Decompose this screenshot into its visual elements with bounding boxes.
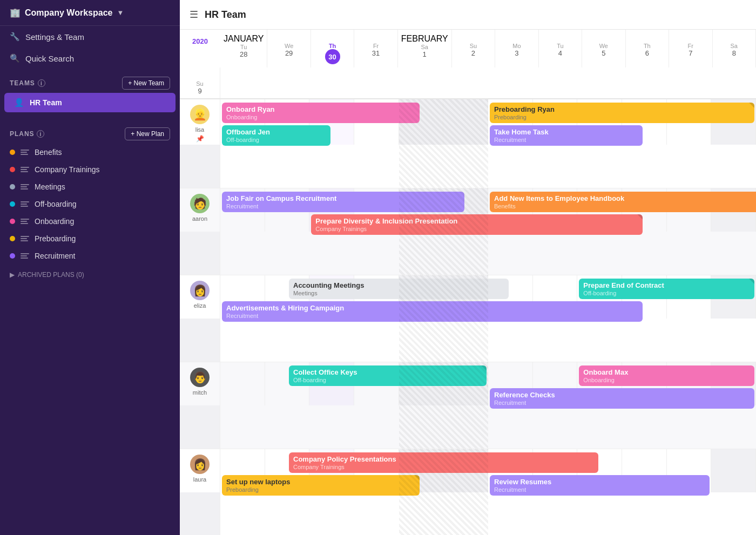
task-title: Onboard Max: [583, 368, 750, 377]
plan-item-preboarding[interactable]: Preboarding: [0, 230, 180, 247]
task-title: Prepare Diversity & Inclusion Presentati…: [315, 217, 638, 226]
person-cell-lisa: 👱 lisa 📌: [180, 99, 220, 145]
year-label: 2020: [180, 30, 220, 67]
task-bar-3-0[interactable]: Collect Office Keys Off-boarding: [289, 365, 487, 386]
plan-lines-icon: [21, 236, 29, 241]
plan-item-company-trainings[interactable]: Company Trainings: [0, 161, 180, 178]
task-title: Take Home Task: [494, 128, 638, 137]
task-subtitle: Company Trainings: [315, 226, 638, 232]
day-name: Tu: [542, 43, 578, 49]
task-title: Reference Checks: [494, 391, 750, 400]
day-cell-0-5: [443, 99, 488, 145]
day-number: 7: [672, 49, 708, 57]
plans-section-header: PLANS i + New Plan: [0, 120, 180, 144]
day-name: Su: [183, 80, 217, 87]
new-plan-button[interactable]: + New Plan: [125, 127, 170, 140]
task-bar-1-2[interactable]: Add New Items to Employee Handbook Benef…: [490, 192, 756, 212]
workspace-title: Company Workspace: [25, 8, 112, 18]
plan-name: Meetings: [35, 182, 65, 191]
cal-header-col-1: We29: [267, 30, 310, 67]
cal-header-col-3: Fr31: [354, 30, 397, 67]
task-subtitle: Off-boarding: [583, 290, 750, 296]
avatar: 👩: [190, 455, 210, 474]
task-bar-3-2[interactable]: Reference Checks Recruitment: [490, 388, 754, 409]
task-bar-3-1[interactable]: Onboard Max Onboarding: [579, 365, 754, 386]
task-bar-0-1[interactable]: Offboard Jen Off-boarding: [222, 125, 330, 146]
cal-header-col-10: Fr7: [669, 30, 712, 67]
team-user-icon: 👤: [14, 98, 24, 107]
cal-header-col-0: JANUARYTu28: [220, 30, 267, 67]
cal-row-4: 👩 laura Company Policy Presentations Com…: [180, 449, 756, 535]
task-title: Set up new laptops: [226, 478, 415, 487]
task-bar-1-0[interactable]: Job Fair on Campus Recruitment Recruitme…: [222, 192, 464, 212]
cal-row-1: 🧑 aaron Job Fair on Campus Recruitment R…: [180, 188, 756, 275]
new-team-button[interactable]: + New Team: [122, 77, 170, 90]
task-bar-2-1[interactable]: Prepare End of Contract Off-boarding: [579, 279, 754, 299]
day-name: Su: [455, 43, 491, 49]
month-label: JANUARY: [224, 34, 264, 44]
hamburger-icon[interactable]: ☰: [190, 9, 198, 21]
plan-item-benefits[interactable]: Benefits: [0, 144, 180, 161]
task-bar-2-0[interactable]: Accounting Meetings Meetings: [289, 279, 509, 299]
task-bar-4-1[interactable]: Set up new laptops Preboarding: [222, 475, 420, 496]
plan-lines-icon: [21, 184, 29, 189]
workspace-chevron-icon: ▼: [117, 9, 124, 17]
teams-info-icon[interactable]: i: [38, 79, 45, 87]
task-subtitle: Preboarding: [494, 114, 750, 120]
quick-search-item[interactable]: 🔍 Quick Search: [0, 48, 180, 69]
task-bar-0-2[interactable]: Preboarding Ryan Preboarding: [490, 103, 754, 123]
day-cell-4-12: [180, 492, 220, 535]
day-number: 8: [716, 49, 752, 57]
cal-header-col-7: Tu4: [539, 30, 582, 67]
plan-name: Preboarding: [35, 234, 76, 243]
task-bar-1-1[interactable]: Prepare Diversity & Inclusion Presentati…: [311, 214, 643, 235]
day-name: We: [585, 43, 622, 49]
cal-header-col-11: Sa8: [713, 30, 756, 67]
plan-item-recruitment[interactable]: Recruitment: [0, 247, 180, 265]
cal-header-col-12: Su9: [180, 67, 220, 98]
plan-lines-icon: [21, 150, 29, 155]
team-name: HR Team: [30, 98, 62, 107]
avatar: 👨: [190, 368, 210, 387]
plan-lines-icon: [21, 219, 29, 224]
plans-info-icon[interactable]: i: [37, 130, 44, 138]
plan-item-meetings[interactable]: Meetings: [0, 178, 180, 195]
day-name: Fr: [672, 43, 708, 49]
task-subtitle: Recruitment: [226, 313, 638, 319]
plan-dot: [10, 150, 15, 155]
plan-dot: [10, 167, 15, 172]
task-bar-2-2[interactable]: Advertisements & Hiring Campaign Recruit…: [222, 301, 643, 322]
day-number: 9: [183, 87, 217, 95]
plans-section-title: PLANS i: [10, 130, 44, 138]
task-subtitle: Recruitment: [494, 137, 638, 143]
task-bar-4-0[interactable]: Company Policy Presentations Company Tra…: [289, 452, 598, 473]
task-subtitle: Preboarding: [226, 486, 415, 493]
day-cell-3-0: [220, 362, 265, 405]
cal-header-col-8: We5: [582, 30, 625, 67]
plan-item-onboarding[interactable]: Onboarding: [0, 213, 180, 230]
calendar-header: 2020JANUARYTu28We29Th30Fr31FEBRUARYSa1Su…: [180, 30, 756, 99]
plan-item-off-boarding[interactable]: Off-boarding: [0, 195, 180, 213]
plan-lines-icon: [21, 167, 29, 172]
page-title: HR Team: [205, 9, 246, 21]
day-name: Th: [314, 43, 350, 49]
team-hr-item[interactable]: 👤 HR Team: [4, 93, 176, 112]
task-bar-0-0[interactable]: Onboard Ryan Onboarding: [222, 103, 420, 123]
day-name: Mo: [498, 43, 535, 49]
task-bar-4-2[interactable]: Review Resumes Recruitment: [490, 475, 710, 496]
day-name: Tu: [224, 44, 264, 50]
workspace-header[interactable]: 🏢 Company Workspace ▼: [0, 0, 180, 26]
topbar: ☰ HR Team: [180, 0, 756, 30]
calendar[interactable]: 2020JANUARYTu28We29Th30Fr31FEBRUARYSa1Su…: [180, 30, 756, 535]
archived-plans[interactable]: ▶ ARCHIVED PLANS (0): [0, 265, 180, 285]
task-title: Prepare End of Contract: [583, 281, 750, 290]
settings-icon: 🔧: [10, 32, 20, 42]
archived-label: ARCHIVED PLANS (0): [18, 271, 84, 279]
day-name: Fr: [357, 43, 394, 49]
plan-name: Company Trainings: [35, 165, 100, 174]
cal-header-col-9: Th6: [626, 30, 669, 67]
day-number: 30: [314, 49, 350, 64]
task-bar-0-3[interactable]: Take Home Task Recruitment: [490, 125, 643, 146]
plan-name: Benefits: [35, 148, 62, 157]
settings-team-item[interactable]: 🔧 Settings & Team: [0, 26, 180, 48]
